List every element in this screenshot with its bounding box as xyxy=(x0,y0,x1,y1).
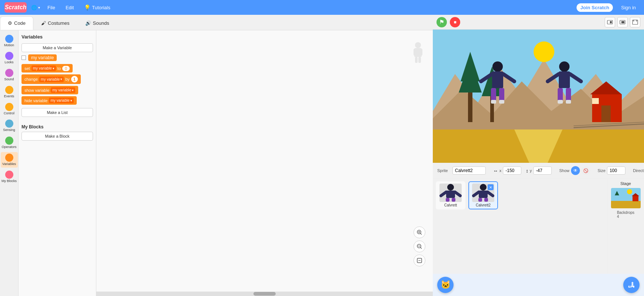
svg-rect-3 xyxy=(419,49,422,56)
svg-rect-33 xyxy=(601,105,611,122)
sprite-card-calvrett2[interactable]: ✕ Calvrett2 xyxy=(468,181,498,209)
stop-btn[interactable]: ■ xyxy=(450,17,460,27)
svg-rect-66 xyxy=(611,201,641,208)
svg-point-0 xyxy=(415,42,421,48)
y-input[interactable] xyxy=(533,166,552,175)
globe-btn[interactable]: 🌐 ▾ xyxy=(31,5,40,10)
add-backdrop-area: 🏞 xyxy=(623,277,640,293)
direction-group: Direction xyxy=(633,166,644,175)
hide-variable-block-row: hide variable my variable xyxy=(21,96,93,105)
fullscreen-btn[interactable] xyxy=(630,17,640,27)
bottom-add-bar: 🐱 🏞 xyxy=(433,274,644,296)
tutorials-btn[interactable]: 💡 Tutorials xyxy=(81,3,113,12)
svg-rect-41 xyxy=(491,88,496,101)
add-backdrop-btn[interactable]: 🏞 xyxy=(623,277,640,293)
stage-small-btn[interactable] xyxy=(605,17,615,27)
svg-rect-16 xyxy=(610,21,612,23)
show-variable-block-row: show variable my variable xyxy=(21,86,93,94)
show-variable-dropdown[interactable]: my variable xyxy=(51,87,75,93)
image-icon: 🏞 xyxy=(628,281,635,289)
size-group: Size xyxy=(598,166,625,175)
tab-code[interactable]: ⚙ Code xyxy=(0,16,33,30)
svg-line-55 xyxy=(441,192,446,196)
editor-tabs: ⚙ Code 🖌 Costumes 🔊 Sounds xyxy=(0,15,433,30)
set-variable-dropdown[interactable]: my variable xyxy=(31,65,56,71)
sprite-label: Sprite xyxy=(437,168,448,173)
x-coord-group: ↔ x xyxy=(493,166,522,175)
show-group: Show 👁 🚫 xyxy=(559,166,590,175)
zoom-reset-btn[interactable] xyxy=(414,255,425,266)
my-blocks-section-header: My Blocks xyxy=(21,124,93,130)
edit-menu[interactable]: Edit xyxy=(63,3,77,12)
globe-arrow: ▾ xyxy=(38,6,40,10)
green-flag-btn[interactable]: ⚑ xyxy=(436,17,447,27)
set-block[interactable]: set my variable to 0 xyxy=(21,64,73,73)
change-variable-dropdown[interactable]: my variable xyxy=(39,77,64,82)
show-hidden-btn[interactable]: 🚫 xyxy=(581,166,590,175)
hide-variable-dropdown[interactable]: my variable xyxy=(49,98,73,103)
svg-rect-2 xyxy=(414,49,416,56)
svg-line-11 xyxy=(421,248,422,249)
make-variable-btn[interactable]: Make a Variable xyxy=(21,43,93,52)
code-area[interactable] xyxy=(96,30,433,296)
category-myblocks[interactable]: My Blocks xyxy=(1,169,18,185)
change-block[interactable]: change my variable by 1 xyxy=(21,74,81,84)
category-looks[interactable]: Looks xyxy=(1,50,18,66)
svg-line-62 xyxy=(488,192,493,196)
editor-area: ⚙ Code 🖌 Costumes 🔊 Sounds Motion xyxy=(0,15,644,296)
stage-panel-label: Stage xyxy=(620,181,631,186)
category-motion[interactable]: Motion xyxy=(1,33,18,49)
scratch-logo[interactable]: Scratch xyxy=(4,2,27,13)
backdrop-count: Backdrops 4 xyxy=(617,211,634,219)
add-sprite-btn[interactable]: 🐱 xyxy=(437,277,454,293)
stage-medium-btn[interactable] xyxy=(617,17,628,27)
stage-panel: ⚑ ■ xyxy=(433,15,644,296)
category-sensing[interactable]: Sensing xyxy=(1,118,18,134)
svg-rect-44 xyxy=(499,100,504,104)
top-nav: Scratch 🌐 ▾ File Edit 💡 Tutorials Join S… xyxy=(0,0,644,15)
svg-rect-52 xyxy=(566,100,571,104)
change-value[interactable]: 1 xyxy=(71,76,78,83)
svg-rect-58 xyxy=(452,198,455,202)
make-block-btn[interactable]: Make a Block xyxy=(21,132,93,141)
hide-variable-block[interactable]: hide variable my variable xyxy=(21,96,77,105)
join-scratch-btn[interactable]: Join Scratch xyxy=(577,3,613,12)
stop-icon: ■ xyxy=(454,20,456,25)
category-sound[interactable]: Sound xyxy=(1,67,18,83)
category-variables[interactable]: Variables xyxy=(1,152,18,168)
category-operators[interactable]: Operators xyxy=(1,135,18,151)
variable-checkbox[interactable] xyxy=(21,56,26,60)
stage-size-controls xyxy=(605,17,640,27)
svg-point-53 xyxy=(447,184,454,191)
category-events[interactable]: Events xyxy=(1,84,18,100)
set-value-input[interactable]: 0 xyxy=(62,66,70,71)
zoom-out-btn[interactable] xyxy=(414,240,425,252)
stage-thumb[interactable] xyxy=(611,188,641,208)
sprite-card-calvrett[interactable]: Calvrett xyxy=(436,181,465,209)
blocks-panel: Variables Make a Variable my variable se… xyxy=(19,30,96,296)
sprite-name-input[interactable] xyxy=(452,166,486,175)
scrollbar-thumb[interactable] xyxy=(253,292,276,296)
category-control[interactable]: Control xyxy=(1,101,18,117)
size-input[interactable] xyxy=(607,166,625,175)
variable-badge[interactable]: my variable xyxy=(28,54,57,61)
tab-sounds[interactable]: 🔊 Sounds xyxy=(77,16,117,30)
zoom-controls xyxy=(414,226,425,266)
x-input[interactable] xyxy=(503,166,521,175)
sign-in-btn[interactable]: Sign in xyxy=(617,3,640,12)
sprite-card-label-calvrett2: Calvrett2 xyxy=(476,203,491,207)
zoom-in-btn[interactable] xyxy=(414,226,425,238)
horizontal-scrollbar[interactable] xyxy=(96,292,433,296)
sprite-delete-btn[interactable]: ✕ xyxy=(488,184,494,190)
svg-rect-63 xyxy=(478,198,482,202)
sprite-card-label-calvrett: Calvrett xyxy=(444,203,457,207)
make-list-btn[interactable]: Make a List xyxy=(21,108,93,117)
svg-point-45 xyxy=(559,61,570,72)
direction-label: Direction xyxy=(633,168,644,173)
show-variable-block[interactable]: show variable my variable xyxy=(21,86,78,94)
code-canvas xyxy=(96,30,433,296)
code-icon: ⚙ xyxy=(8,20,12,26)
file-menu[interactable]: File xyxy=(44,3,58,12)
show-visible-btn[interactable]: 👁 xyxy=(571,166,580,175)
tab-costumes[interactable]: 🖌 Costumes xyxy=(33,16,77,30)
